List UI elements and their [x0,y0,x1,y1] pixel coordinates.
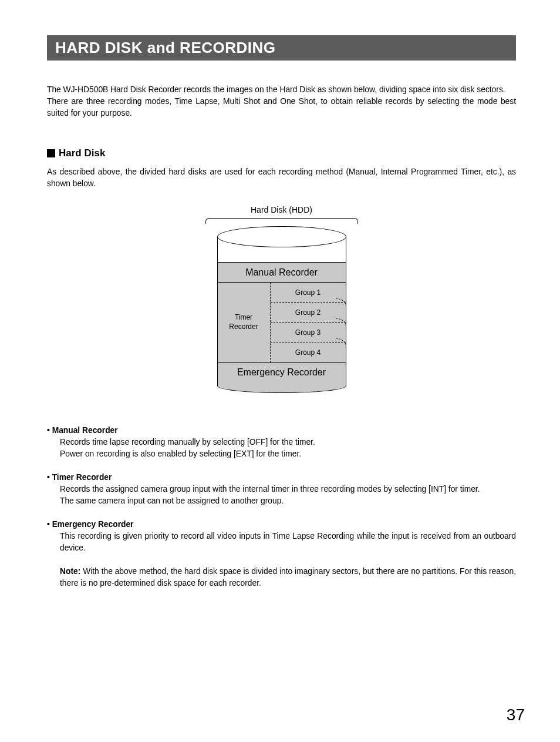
timer-recorder-label: Timer Recorder [218,283,271,362]
manual-recorder-item: Manual Recorder Records time lapse recor… [47,425,516,460]
group-3-sector: Group 3 [271,323,346,343]
group-1-sector: Group 1 [271,283,346,303]
timer-recorder-sector: Timer Recorder Group 1 Group 2 Group 3 G… [218,283,346,363]
hdd-diagram: Hard Disk (HDD) Manual Recorder Timer Re… [47,205,516,393]
bullet-square-icon [47,149,55,157]
timer-recorder-item: Timer Recorder Records the assigned came… [47,472,516,507]
page-title-bar: HARD DISK and RECORDING [47,35,516,61]
hard-disk-subtext: As described above, the divided hard dis… [47,166,516,190]
group-2-sector: Group 2 [271,303,346,323]
manual-recorder-sector: Manual Recorder [218,263,346,283]
intro-text: The WJ-HD500B Hard Disk Recorder records… [47,84,516,119]
recorder-descriptions: Manual Recorder Records time lapse recor… [47,425,516,589]
note-label: Note: [60,567,80,576]
cylinder-icon: Manual Recorder Timer Recorder Group 1 G… [217,226,346,393]
page-title: HARD DISK and RECORDING [55,39,276,56]
emergency-recorder-item: Emergency Recorder This recording is giv… [47,519,516,554]
hdd-label: Hard Disk (HDD) [205,205,358,214]
emergency-recorder-sector: Emergency Recorder [218,363,346,382]
timer-recorder-head: Timer Recorder [47,472,516,484]
note-text: With the above method, the hard disk spa… [60,567,516,587]
emergency-recorder-head: Emergency Recorder [47,519,516,531]
manual-recorder-body: Records time lapse recording manually by… [60,437,516,460]
page-number: 37 [507,706,525,724]
note: Note: With the above method, the hard di… [47,566,516,589]
hard-disk-heading: Hard Disk [59,147,105,159]
manual-recorder-head: Manual Recorder [47,425,516,437]
group-4-sector: Group 4 [271,343,346,362]
timer-recorder-body: Records the assigned camera group input … [60,484,516,507]
emergency-recorder-body: This recording is given priority to reco… [60,531,516,554]
brace-icon [205,218,358,224]
hard-disk-section-head: Hard Disk [47,147,516,159]
